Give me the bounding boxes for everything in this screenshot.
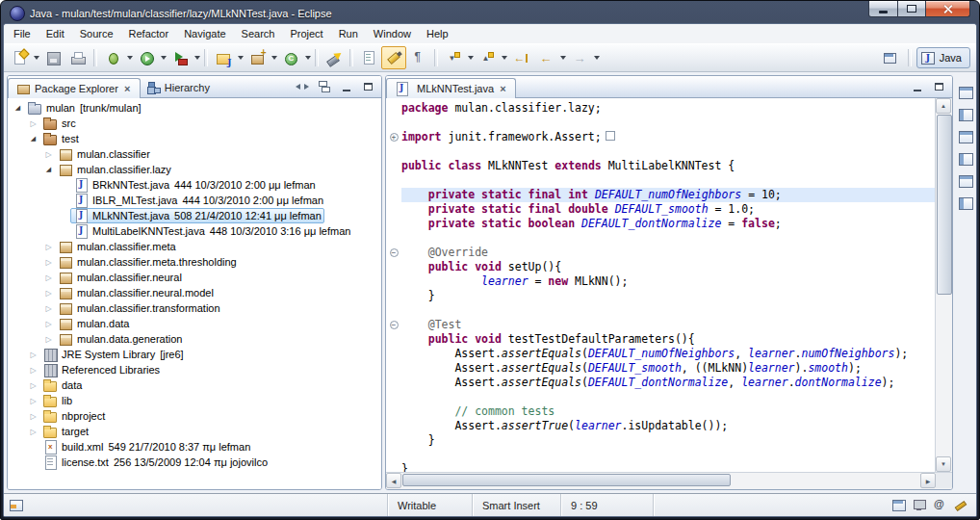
horizontal-scrollbar[interactable] — [386, 472, 952, 489]
tree-closed-arrow-icon[interactable]: ▷ — [42, 273, 55, 282]
tree-closed-arrow-icon[interactable]: ▷ — [42, 320, 55, 328]
save-button[interactable] — [40, 46, 65, 69]
tree-closed-arrow-icon[interactable]: ▷ — [42, 289, 55, 298]
external-tools-button[interactable] — [168, 46, 193, 69]
menu-navigate[interactable]: Navigate — [176, 25, 233, 42]
docked-view-icon[interactable] — [959, 197, 973, 210]
next-annotation-dropdown[interactable] — [466, 47, 475, 68]
minimize-button[interactable] — [868, 1, 898, 17]
fold-minus-icon[interactable]: − — [386, 246, 401, 260]
code-line[interactable] — [386, 390, 935, 404]
tree-item-mulan-classifier-transformation[interactable]: ▷mulan.classifier.transformation — [8, 300, 381, 316]
show-whitespace-button[interactable] — [406, 46, 431, 69]
link-with-editor-button[interactable] — [292, 78, 312, 96]
tree-item-jre-system-library[interactable]: ▷JRE System Library[jre6] — [8, 347, 381, 362]
package-explorer-tree[interactable]: ◢mulan[trunk/mulan]▷src◢test▷mulan.class… — [8, 98, 381, 489]
code-line[interactable]: Assert.assertTrue(learner.isUpdatable())… — [386, 419, 935, 433]
close-view-icon[interactable] — [122, 83, 133, 94]
status-edit-icon[interactable] — [953, 499, 967, 511]
docked-view-icon[interactable] — [959, 87, 973, 99]
run-dropdown[interactable] — [159, 47, 168, 68]
code-line[interactable]: package mulan.classifier.lazy; — [386, 101, 935, 116]
title-bar[interactable]: Java - mulan/test/mulan/classifier/lazy/… — [4, 1, 976, 24]
new-java-project-button[interactable] — [211, 46, 236, 69]
current-code-line[interactable]: private static final int DEFAULT_numOfNe… — [386, 188, 935, 202]
minimize-view-button[interactable] — [336, 78, 356, 96]
close-editor-icon[interactable] — [498, 83, 508, 94]
docked-view-icon[interactable] — [959, 131, 973, 143]
status-at-icon[interactable] — [933, 499, 946, 511]
fold-minus-icon[interactable]: − — [386, 318, 401, 332]
tree-closed-arrow-icon[interactable]: ▷ — [27, 351, 39, 359]
tree-closed-arrow-icon[interactable]: ▷ — [27, 428, 39, 436]
code-line[interactable]: private static boolean DEFAULT_dontNorma… — [386, 217, 935, 231]
menu-run[interactable]: Run — [331, 25, 366, 42]
new-package-button[interactable] — [245, 46, 270, 69]
code-line[interactable]: public void testTestDefaultParameters(){ — [386, 332, 935, 347]
tree-item-referenced-libraries[interactable]: ▷Referenced Libraries — [8, 362, 381, 377]
code-line[interactable]: // common tests — [386, 404, 935, 419]
open-task-button[interactable] — [356, 46, 381, 69]
menu-window[interactable]: Window — [366, 25, 419, 42]
docked-view-icon[interactable] — [959, 175, 973, 188]
code-line[interactable] — [386, 231, 935, 246]
fast-view-dock-icon[interactable] — [10, 499, 23, 511]
next-annotation-button[interactable] — [441, 46, 466, 69]
code-line[interactable]: } — [386, 289, 935, 303]
menu-help[interactable]: Help — [419, 25, 456, 42]
tab-package-explorer[interactable]: Package Explorer — [8, 78, 141, 98]
previous-annotation-button[interactable] — [475, 46, 500, 69]
run-button[interactable] — [134, 46, 159, 69]
tree-item-mulan-data[interactable]: ▷mulan.data — [8, 316, 381, 331]
vertical-scroll-thumb[interactable] — [937, 115, 952, 295]
tree-closed-arrow-icon[interactable]: ▷ — [27, 381, 39, 390]
menu-source[interactable]: Source — [72, 25, 121, 42]
external-tools-dropdown[interactable] — [193, 47, 201, 68]
code-line[interactable]: Assert.assertEquals(DEFAULT_dontNormaliz… — [386, 376, 935, 390]
java-perspective-button[interactable]: Java — [916, 47, 970, 68]
tree-item-brknntest-java[interactable]: BRkNNTest.java444 10/3/2010 2:00 μμ lefm… — [8, 177, 381, 193]
maximize-editor-button[interactable] — [929, 78, 949, 96]
tab-hierarchy[interactable]: Hierarchy — [141, 77, 217, 97]
forward-dropdown[interactable] — [592, 47, 601, 68]
horizontal-scroll-thumb[interactable] — [402, 474, 731, 486]
code-line[interactable]: Assert.assertEquals(DEFAULT_numOfNeighbo… — [386, 347, 935, 361]
code-line[interactable]: } — [386, 433, 935, 448]
close-button[interactable] — [925, 1, 970, 17]
menu-file[interactable]: File — [6, 25, 39, 42]
tree-item-mlknntest-java[interactable]: MLkNNTest.java508 21/4/2010 12:41 μμ lef… — [8, 208, 381, 223]
tree-closed-arrow-icon[interactable]: ▷ — [27, 397, 39, 405]
scroll-right-arrow[interactable] — [920, 473, 936, 488]
tree-item-mulan-classifier-neural-model[interactable]: ▷mulan.classifier.neural.model — [8, 285, 381, 300]
code-line[interactable] — [386, 116, 935, 130]
tree-item-nbproject[interactable]: ▷nbproject — [8, 408, 381, 424]
new-package-dropdown[interactable] — [270, 47, 278, 68]
tree-closed-arrow-icon[interactable]: ▷ — [42, 150, 55, 159]
tree-item-mulan-classifier-meta-thresholding[interactable]: ▷mulan.classifier.meta.thresholding — [8, 254, 381, 270]
debug-dropdown[interactable] — [125, 47, 134, 68]
code-line[interactable]: learner = new MLkNN(); — [386, 274, 935, 289]
back-dropdown[interactable] — [558, 47, 567, 68]
tree-item-lib[interactable]: ▷lib — [8, 393, 381, 408]
tree-closed-arrow-icon[interactable]: ▷ — [27, 412, 39, 421]
back-button[interactable] — [533, 46, 558, 69]
new-wizard-button[interactable] — [7, 46, 32, 69]
tree-closed-arrow-icon[interactable]: ▷ — [42, 304, 55, 313]
tree-item-test[interactable]: ◢test — [8, 131, 381, 146]
debug-button[interactable] — [100, 46, 125, 69]
minimize-editor-button[interactable] — [907, 78, 927, 96]
code-line[interactable]: } — [386, 462, 935, 472]
code-line[interactable]: − @Override — [386, 246, 935, 260]
tree-item-multilabelknntest-java[interactable]: MultiLabelKNNTest.java448 10/3/2010 3:16… — [8, 223, 381, 239]
fold-plus-icon[interactable]: + — [386, 130, 401, 144]
tree-closed-arrow-icon[interactable]: ▷ — [42, 243, 55, 251]
tree-item-mulan-classifier-meta[interactable]: ▷mulan.classifier.meta — [8, 239, 381, 254]
maximize-button[interactable] — [897, 1, 926, 17]
code-line[interactable] — [386, 173, 935, 188]
code-line[interactable]: +import junit.framework.Assert; — [386, 130, 935, 144]
collapse-all-button[interactable] — [314, 78, 334, 96]
forward-button[interactable] — [567, 46, 592, 69]
last-edit-location-button[interactable] — [508, 46, 533, 69]
print-button[interactable] — [65, 46, 90, 69]
new-class-dropdown[interactable] — [303, 47, 312, 68]
